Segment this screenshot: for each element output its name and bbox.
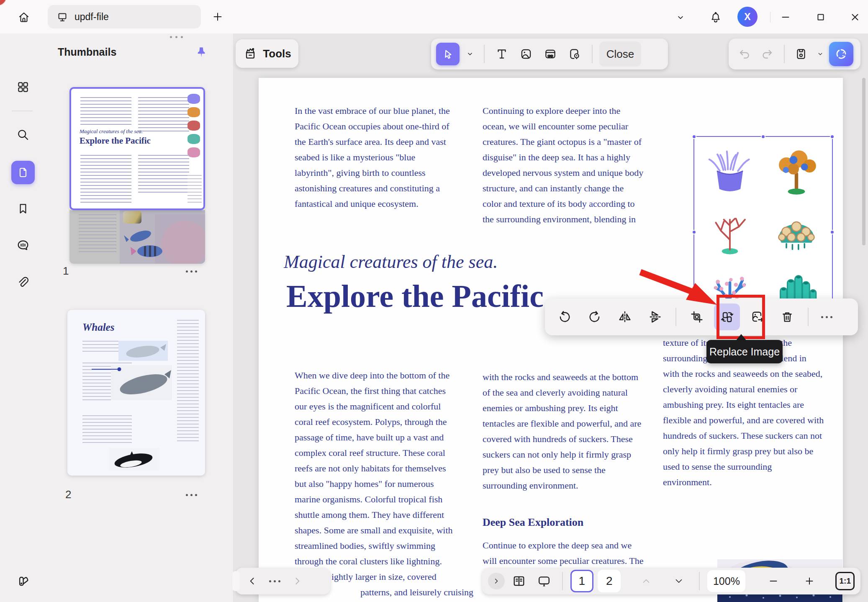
red-fan-coral-image xyxy=(703,206,757,256)
expand-panel-button[interactable] xyxy=(488,573,505,589)
thumb1-coral-strip xyxy=(187,94,202,166)
page-1-button[interactable]: 1 xyxy=(570,570,593,592)
main-heading: Explore the Pacific xyxy=(286,278,544,314)
thumb2-title: Whales xyxy=(82,322,114,333)
avatar[interactable]: X xyxy=(737,7,758,27)
maximize-icon xyxy=(814,11,827,23)
select-tool-dropdown[interactable] xyxy=(463,43,477,65)
notifications-button[interactable] xyxy=(706,8,725,27)
zoom-out-button[interactable] xyxy=(763,570,783,592)
flip-horizontal-button[interactable] xyxy=(612,304,638,330)
toolbar-divider xyxy=(675,308,676,326)
thumbnail-2-more-button[interactable] xyxy=(186,494,197,496)
minus-icon xyxy=(767,575,780,587)
undo-button[interactable] xyxy=(734,43,755,65)
crop-icon xyxy=(689,309,704,324)
app-window: updf-file X xyxy=(0,0,868,602)
minimize-button[interactable] xyxy=(776,8,795,27)
sidebar-item-thumbnails[interactable] xyxy=(11,161,35,184)
save-dropdown[interactable] xyxy=(814,43,827,65)
rotate-right-button[interactable] xyxy=(582,304,608,330)
sidebar-item-comments[interactable] xyxy=(14,236,32,255)
new-tab-button[interactable] xyxy=(208,8,227,26)
tools-button[interactable]: Tools xyxy=(236,39,298,68)
rotate-left-button[interactable] xyxy=(552,304,578,330)
zoom-level[interactable]: 100% xyxy=(707,570,745,592)
tabs-dropdown-button[interactable] xyxy=(673,10,688,25)
link-icon xyxy=(543,47,557,61)
page-2-button[interactable]: 2 xyxy=(598,570,621,592)
theme-swatches-button[interactable] xyxy=(14,572,32,590)
toolbox-icon xyxy=(243,46,258,61)
panel-drag-handle[interactable] xyxy=(170,36,183,38)
thumbnails-panel: Thumbnails Magical creatures of the sea.… xyxy=(44,33,234,602)
presentation-icon xyxy=(537,574,552,589)
wallpaper-corner xyxy=(0,0,11,8)
presentation-button[interactable] xyxy=(534,570,554,592)
edit-toolbar: Close xyxy=(431,39,668,69)
thumb1-text-block xyxy=(187,175,202,204)
selection-handle[interactable] xyxy=(761,134,765,139)
swatches-icon xyxy=(15,574,31,589)
vertical-scrollbar[interactable] xyxy=(862,78,865,245)
apps-menu-button[interactable] xyxy=(14,78,32,96)
search-button[interactable] xyxy=(14,126,32,144)
sidebar-item-attachments[interactable] xyxy=(14,273,32,291)
selection-handle[interactable] xyxy=(830,230,835,234)
close-edit-button[interactable]: Close xyxy=(599,41,641,67)
thumbnail-page-2[interactable]: Whales xyxy=(67,310,205,476)
ai-assistant-button[interactable] xyxy=(829,42,853,66)
thumb1-text-block xyxy=(138,155,189,195)
chevron-down-icon xyxy=(816,50,824,58)
mushroom-coral-image xyxy=(769,206,824,256)
previous-page-button[interactable] xyxy=(247,575,258,587)
zoom-in-button[interactable] xyxy=(799,570,819,592)
image-tool-button[interactable] xyxy=(516,43,537,65)
text-tool-button[interactable] xyxy=(491,43,512,65)
home-button[interactable] xyxy=(14,8,33,27)
trash-icon xyxy=(780,309,795,324)
title-bar: updf-file X xyxy=(0,0,868,33)
selection-handle[interactable] xyxy=(692,230,696,234)
page-1-label: 1 xyxy=(579,574,586,588)
selection-handle[interactable] xyxy=(830,134,835,139)
thumbnail-page-1[interactable]: Magical creatures of the sea. Explore th… xyxy=(69,87,205,264)
bell-icon xyxy=(709,11,722,24)
thumb2-text-block xyxy=(177,320,199,441)
paragraph-3: When we dive deep into the bottom of the… xyxy=(295,368,453,569)
paragraph-3-fragment-1: ightly larger in size, covered xyxy=(331,569,437,584)
previous-page-arrow-button[interactable] xyxy=(636,570,656,592)
pin-panel-button[interactable] xyxy=(194,45,208,59)
thumbnail-1-viewport: Magical creatures of the sea. Explore th… xyxy=(69,87,205,210)
redo-button[interactable] xyxy=(757,43,778,65)
page-nav-pill xyxy=(236,568,330,594)
actual-size-button[interactable]: 1:1 xyxy=(835,572,855,590)
page-icon xyxy=(16,166,30,179)
toolbar-divider xyxy=(562,572,563,590)
stamp-tool-button[interactable] xyxy=(564,43,585,65)
replace-image-tooltip: Replace Image xyxy=(706,340,783,363)
delete-image-button[interactable] xyxy=(774,304,800,330)
script-heading: Magical creatures of the sea. xyxy=(284,251,498,273)
nav-more-button[interactable] xyxy=(269,580,280,582)
more-options-button[interactable] xyxy=(816,304,837,330)
close-window-button[interactable] xyxy=(845,8,865,27)
toolbar-divider xyxy=(484,45,485,63)
actual-size-label: 1:1 xyxy=(839,576,850,586)
link-tool-button[interactable] xyxy=(540,43,561,65)
deep-sea-subheading: Deep Sea Exploration xyxy=(483,516,583,529)
thumbnail-1-more-button[interactable] xyxy=(186,270,197,273)
flip-vertical-icon xyxy=(647,309,663,324)
save-button[interactable] xyxy=(791,43,812,65)
selection-handle[interactable] xyxy=(692,134,696,139)
document-tab[interactable]: updf-file xyxy=(48,5,201,28)
maximize-button[interactable] xyxy=(811,8,830,27)
search-icon xyxy=(15,127,31,142)
two-page-view-button[interactable] xyxy=(509,570,529,592)
next-page-button[interactable] xyxy=(291,575,303,587)
select-tool-button[interactable] xyxy=(436,43,460,65)
paragraph-5: Continue to explore the deep sea and wew… xyxy=(483,538,643,569)
thumb1-script-heading: Magical creatures of the sea. xyxy=(80,128,143,135)
sidebar-item-bookmarks[interactable] xyxy=(14,199,32,218)
next-page-arrow-button[interactable] xyxy=(668,570,689,592)
